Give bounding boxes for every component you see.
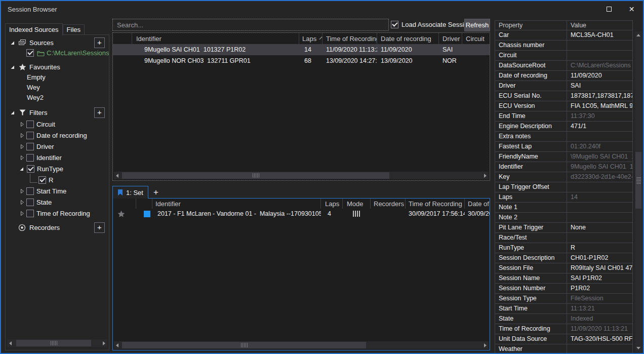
property-row[interactable]: Extra notes xyxy=(495,132,633,142)
property-row[interactable]: Fastest Lap 01:20.240f xyxy=(495,142,633,152)
expander-expanded-icon[interactable] xyxy=(10,40,15,46)
tab-indexed-sources[interactable]: Indexed Sources xyxy=(5,23,63,35)
property-value[interactable]: 471/1 xyxy=(567,122,633,131)
tab-set-1[interactable]: 1: Set xyxy=(112,186,148,199)
property-value[interactable]: d322330d-2d1e-40e2-4d4 xyxy=(567,172,633,182)
property-row[interactable]: Session Number P1R02 xyxy=(495,284,633,294)
column-header-favourite[interactable] xyxy=(113,199,136,209)
add-set-tab-button[interactable]: + xyxy=(148,187,164,198)
property-row[interactable]: State Indexed xyxy=(495,314,633,324)
property-value[interactable]: CH01-P1R02 xyxy=(567,253,633,263)
property-value[interactable]: FileSession xyxy=(567,294,633,303)
property-row[interactable]: Lap Trigger Offset xyxy=(495,182,633,192)
property-column-header[interactable]: Property xyxy=(495,21,567,30)
set-session-identifier[interactable]: 2017 - F1 McLaren - Vandorne 01 - Malays… xyxy=(152,209,321,219)
session-row[interactable]: 9Mugello SAI CH01 101327 P1R02 14 11/09/… xyxy=(113,44,490,55)
property-value[interactable]: 14 xyxy=(567,192,633,202)
property-value[interactable]: SAI P1R02 xyxy=(567,273,633,283)
property-value[interactable]: Indexed xyxy=(567,314,633,324)
sessions-horizontal-scrollbar[interactable] xyxy=(114,172,489,179)
set-session-row[interactable]: 2017 - F1 McLaren - Vandorne 01 - Malays… xyxy=(113,209,490,219)
property-value[interactable]: 01:20.240f xyxy=(567,142,633,151)
value-column-header[interactable]: Value xyxy=(567,21,633,30)
filter-checkbox[interactable] xyxy=(27,165,34,173)
property-row[interactable]: Laps 14 xyxy=(495,192,633,203)
sidebar-item-favourite-wey[interactable]: Wey xyxy=(6,82,109,92)
column-header-identifier[interactable]: Identifier xyxy=(152,199,321,209)
expander-collapsed-icon[interactable] xyxy=(20,122,24,127)
column-header-circuit[interactable]: Circuit xyxy=(462,33,490,44)
sidebar-horizontal-scrollbar[interactable] xyxy=(7,339,107,347)
set-horizontal-scrollbar[interactable] xyxy=(114,341,489,349)
sidebar-item-favourite-wey2[interactable]: Wey2 xyxy=(6,92,109,102)
property-value[interactable] xyxy=(567,344,633,354)
filter-item-start-time[interactable]: Start Time xyxy=(6,186,109,196)
filter-item-driver[interactable]: Driver xyxy=(6,141,109,151)
property-row[interactable]: Key d322330d-2d1e-40e2-4d4 xyxy=(495,172,633,182)
filter-checkbox[interactable] xyxy=(26,187,34,195)
scroll-left-icon[interactable] xyxy=(9,341,12,345)
property-value[interactable]: R xyxy=(567,243,633,253)
column-header-driver[interactable]: Driver xyxy=(439,33,462,44)
property-value[interactable]: 11:37:30 xyxy=(567,111,633,121)
property-row[interactable]: Session File R09Italy SAI CH01 471 1 2 xyxy=(495,263,633,273)
column-header-time-of-recording[interactable]: Time of Recording xyxy=(323,33,377,44)
property-value[interactable]: 1873817,1873817,1873817 xyxy=(567,91,633,101)
property-row[interactable]: Car MCL35A-CH01 xyxy=(495,30,633,41)
property-row[interactable]: Driver SAI xyxy=(495,81,633,91)
property-value[interactable]: R09Italy SAI CH01 471 1 2 xyxy=(567,263,633,273)
session-identifier[interactable]: 9Mugello NOR CH03 132711 GPR01 xyxy=(132,55,299,66)
scrollbar-thumb[interactable] xyxy=(122,342,366,348)
expander-collapsed-icon[interactable] xyxy=(20,188,24,194)
property-row[interactable]: Session Description CH01-P1R02 xyxy=(495,253,633,263)
titlebar[interactable]: Session Browser ✕ xyxy=(1,1,643,18)
session-row[interactable]: 9Mugello NOR CH03 132711 GPR01 68 13/09/… xyxy=(113,55,490,66)
add-source-button[interactable]: + xyxy=(94,37,105,48)
property-row[interactable]: Circuit xyxy=(495,51,633,61)
filter-checkbox[interactable] xyxy=(26,154,34,162)
property-value[interactable] xyxy=(567,51,633,60)
expander-collapsed-icon[interactable] xyxy=(20,133,24,138)
filter-checkbox[interactable] xyxy=(26,199,34,206)
refresh-button[interactable]: Refresh xyxy=(464,19,490,31)
star-icon[interactable] xyxy=(117,210,125,218)
tab-files[interactable]: Files xyxy=(63,24,85,35)
source-path-checkbox[interactable] xyxy=(26,49,34,57)
load-associate-checkbox[interactable] xyxy=(391,21,398,28)
property-row[interactable]: Session Name SAI P1R02 xyxy=(495,273,633,284)
property-value[interactable]: C:\McLaren\Sessions xyxy=(567,61,633,70)
property-value[interactable]: 11/09/2020 xyxy=(567,71,633,81)
property-value[interactable]: 11:13:21 xyxy=(567,304,633,313)
property-value[interactable]: TAG-320/HSL-500 RF,Eth xyxy=(567,334,633,344)
property-row[interactable]: Date of recording 11/09/2020 xyxy=(495,71,633,81)
scroll-right-icon[interactable] xyxy=(103,341,105,345)
expander-collapsed-icon[interactable] xyxy=(20,211,24,216)
property-row[interactable]: Session Type FileSession xyxy=(495,294,633,304)
add-recorder-button[interactable]: + xyxy=(94,222,105,233)
property-row[interactable]: End Time 11:37:30 xyxy=(495,111,633,122)
scrollbar-thumb[interactable] xyxy=(16,340,91,346)
property-row[interactable]: ECU Version FIA 1C05, MathMRL 95C2 xyxy=(495,101,633,111)
filter-item-runtype-r[interactable]: R xyxy=(6,175,109,185)
property-value[interactable]: None xyxy=(567,223,633,232)
property-row[interactable]: DataSourceRoot C:\McLaren\Sessions xyxy=(495,61,633,71)
property-value[interactable]: 9Mugello SAI CH01 1013 xyxy=(567,162,633,172)
scroll-right-icon[interactable] xyxy=(484,174,487,178)
scroll-down-icon[interactable] xyxy=(636,347,640,349)
column-header-laps[interactable]: Laps xyxy=(299,33,323,44)
sidebar-item-filters[interactable]: Filters + xyxy=(6,107,109,117)
column-header-recorders[interactable]: Recorders xyxy=(371,199,406,209)
scroll-right-icon[interactable] xyxy=(484,343,487,347)
filter-item-runtype[interactable]: RunType xyxy=(6,164,109,174)
property-row[interactable]: Pit Lane Trigger None xyxy=(495,223,633,233)
column-header-laps[interactable]: Laps xyxy=(321,199,343,209)
property-value[interactable]: 11/09/2020 11:13:21 xyxy=(567,324,633,334)
session-color-swatch[interactable] xyxy=(144,211,150,217)
expander-expanded-icon[interactable] xyxy=(10,64,15,70)
scroll-left-icon[interactable] xyxy=(116,174,118,178)
property-row[interactable]: ECU Serial No. 1873817,1873817,1873817 xyxy=(495,91,633,101)
property-value[interactable] xyxy=(567,41,633,50)
sidebar-item-sources[interactable]: Sources + xyxy=(6,37,109,48)
column-header-mode[interactable]: Mode xyxy=(343,199,371,209)
properties-vertical-scrollbar[interactable] xyxy=(635,31,642,352)
